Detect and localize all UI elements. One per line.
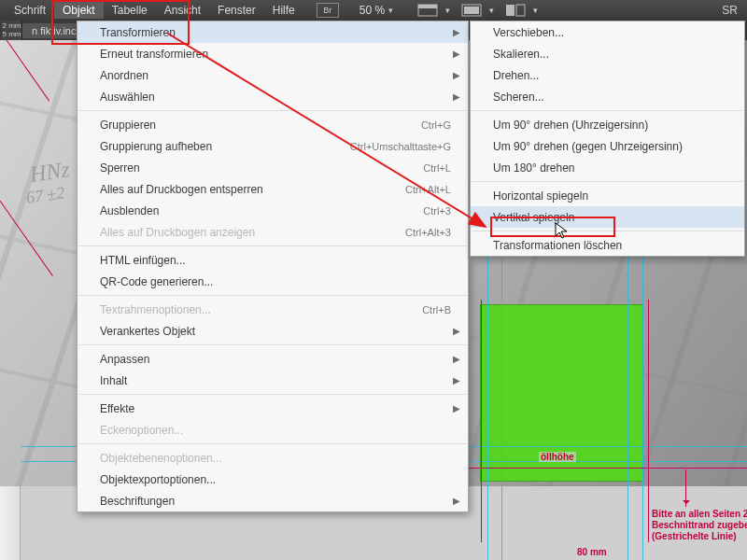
note-line-2: Beschnittrand zugeben! (652, 520, 747, 530)
menu-divider (78, 344, 467, 345)
note-arrow-icon (685, 469, 686, 507)
view-mode-arrow-icon[interactable]: ▾ (445, 6, 450, 15)
submenu-arrow-icon: ▶ (453, 375, 460, 385)
menu-divider (78, 110, 467, 111)
submenu-item[interactable]: Transformationen löschen (471, 234, 744, 256)
submenu-item-label: Horizontal spiegeln (493, 189, 588, 203)
menu-item[interactable]: Gruppierung aufhebenCtrl+Umschalttaste+G (78, 135, 468, 157)
menu-item-label: Anordnen (100, 69, 148, 82)
menu-item-label: Gruppieren (100, 119, 156, 132)
submenu-item-label: Vertikal spiegeln (493, 211, 574, 224)
menu-item-label: Objektebenenoptionen... (100, 452, 222, 465)
menu-item-label: Sperren (100, 161, 140, 175)
menu-divider (78, 245, 467, 246)
fill-height-label: öllhöhe (539, 452, 576, 462)
menu-item: Objektebenenoptionen... (78, 447, 468, 469)
svg-rect-5 (516, 5, 525, 16)
menu-item[interactable]: Objektexportoptionen... (78, 469, 468, 490)
transform-submenu: Verschieben...Skalieren...Drehen...Scher… (470, 21, 745, 257)
menu-hilfe[interactable]: Hilfe (264, 2, 303, 19)
menu-schrift[interactable]: Schrift (6, 2, 54, 19)
bottom-dimension: 80 mm (577, 547, 607, 557)
menu-item[interactable]: SperrenCtrl+L (78, 157, 468, 178)
menu-item-label: Transformieren (100, 26, 176, 39)
submenu-item[interactable]: Verschieben... (471, 21, 744, 43)
bridge-icon[interactable]: Br (317, 3, 339, 18)
menu-item-label: Eckenoptionen... (100, 424, 183, 437)
workspace-label[interactable]: SR (718, 4, 741, 17)
arrange-icon[interactable] (503, 3, 528, 18)
submenu-arrow-icon: ▶ (453, 326, 460, 336)
ruler-origin: 2 mm 5 mm (2, 21, 22, 40)
svg-rect-4 (506, 5, 514, 16)
menu-objekt[interactable]: Objekt (54, 2, 104, 19)
submenu-item[interactable]: Skalieren... (471, 43, 744, 64)
menu-item[interactable]: AusblendenCtrl+3 (78, 200, 468, 221)
screen-mode-arrow-icon[interactable]: ▾ (489, 6, 494, 15)
zoom-dropdown-arrow-icon[interactable]: ▾ (388, 6, 393, 15)
bleed-line (648, 300, 649, 542)
menu-item[interactable]: QR-Code generieren... (78, 271, 468, 292)
menu-item[interactable]: Anordnen▶ (78, 64, 468, 86)
submenu-arrow-icon: ▶ (453, 27, 460, 37)
menu-item-label: QR-Code generieren... (100, 275, 213, 288)
submenu-arrow-icon: ▶ (453, 403, 460, 413)
zoom-level[interactable]: 50 % (359, 4, 385, 17)
object-menu: Transformieren▶Erneut transformieren▶Ano… (77, 21, 469, 512)
svg-rect-3 (464, 7, 479, 14)
menu-item[interactable]: Effekte▶ (78, 398, 468, 419)
menu-item[interactable]: Erneut transformieren▶ (78, 43, 468, 64)
submenu-arrow-icon: ▶ (453, 496, 460, 506)
submenu-item[interactable]: Drehen... (471, 64, 744, 86)
submenu-item[interactable]: Vertikal spiegeln (471, 206, 744, 228)
note-line-1: Bitte an allen Seiten 2 mm (652, 509, 747, 519)
menu-item-label: Anpassen (100, 353, 149, 366)
menu-fenster[interactable]: Fenster (209, 2, 264, 19)
arrange-arrow-icon[interactable]: ▾ (533, 6, 538, 15)
menu-item-label: Objektexportoptionen... (100, 473, 216, 486)
menu-divider (472, 110, 743, 111)
menu-item-label: Gruppierung aufheben (100, 140, 212, 153)
submenu-item-label: Um 90° drehen (Uhrzeigersinn) (493, 119, 648, 132)
menu-item[interactable]: Auswählen▶ (78, 86, 468, 107)
menu-divider (472, 181, 743, 182)
submenu-arrow-icon: ▶ (453, 354, 460, 364)
submenu-item-label: Um 90° drehen (gegen Uhrzeigersinn) (493, 140, 683, 153)
menu-item-label: HTML einfügen... (100, 254, 186, 267)
submenu-item[interactable]: Um 90° drehen (Uhrzeigersinn) (471, 114, 744, 135)
menu-item-label: Auswählen (100, 91, 155, 104)
submenu-item-label: Drehen... (493, 69, 539, 82)
menu-item-shortcut: Ctrl+G (384, 119, 451, 131)
submenu-item[interactable]: Um 90° drehen (gegen Uhrzeigersinn) (471, 135, 744, 157)
bleed-line (459, 468, 747, 469)
submenu-arrow-icon: ▶ (453, 49, 460, 59)
menu-item[interactable]: Verankertes Objekt▶ (78, 320, 468, 342)
view-mode-icon[interactable] (416, 3, 440, 18)
menu-item[interactable]: Inhalt▶ (78, 370, 468, 391)
menu-item: Eckenoptionen... (78, 419, 468, 441)
submenu-item[interactable]: Horizontal spiegeln (471, 185, 744, 206)
menu-item-shortcut: Ctrl+B (385, 304, 451, 315)
menu-item: Alles auf Druckbogen anzeigenCtrl+Alt+3 (78, 221, 468, 243)
submenu-item-label: Verschieben... (493, 26, 564, 39)
menu-item-label: Beschriftungen (100, 495, 175, 508)
menu-tabelle[interactable]: Tabelle (104, 2, 156, 19)
menu-item[interactable]: Transformieren▶ (78, 21, 468, 43)
menu-item-label: Alles auf Druckbogen anzeigen (100, 226, 255, 239)
menu-divider (78, 394, 467, 395)
menu-item[interactable]: Anpassen▶ (78, 348, 468, 370)
menu-item[interactable]: HTML einfügen... (78, 249, 468, 271)
menu-item[interactable]: GruppierenCtrl+G (78, 114, 468, 135)
menu-item[interactable]: Alles auf Druckbogen entsperrenCtrl+Alt+… (78, 178, 468, 200)
submenu-item-label: Skalieren... (493, 48, 549, 61)
screen-mode-icon[interactable] (459, 3, 484, 18)
menu-item-label: Textrahmenoptionen... (100, 303, 211, 316)
svg-rect-1 (418, 5, 437, 8)
menu-item[interactable]: Beschriftungen▶ (78, 490, 468, 511)
submenu-item[interactable]: Scheren... (471, 86, 744, 107)
unit-top: 2 mm (3, 22, 21, 30)
submenu-item[interactable]: Um 180° drehen (471, 157, 744, 178)
menu-bar: Schrift Objekt Tabelle Ansicht Fenster H… (0, 0, 747, 21)
submenu-item-label: Um 180° drehen (493, 161, 575, 175)
menu-ansicht[interactable]: Ansicht (156, 2, 209, 19)
